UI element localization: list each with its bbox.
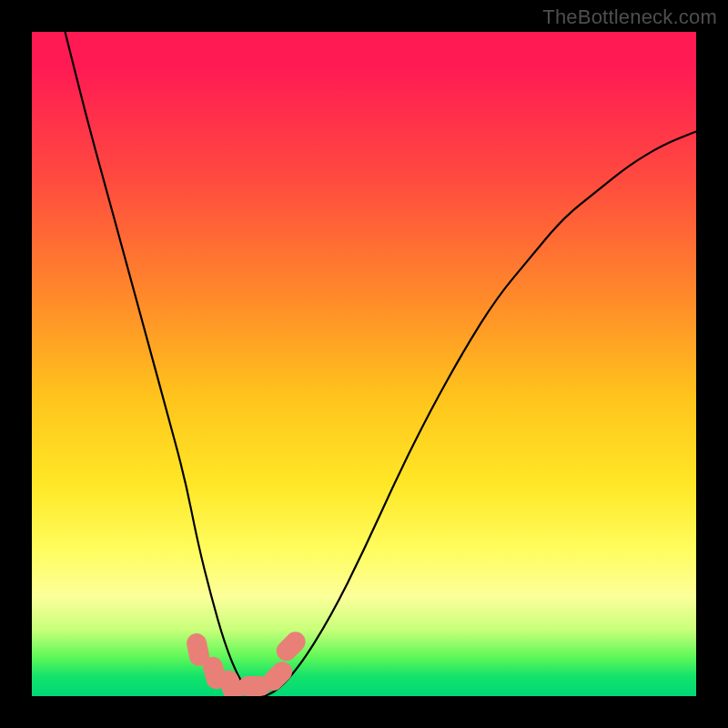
bottleneck-curve [66,32,697,696]
chart-frame: TheBottleneck.com [0,0,728,728]
curve-layer [32,32,696,696]
plot-area [32,32,696,696]
marker-group [185,628,309,696]
attribution-label: TheBottleneck.com [542,5,717,29]
